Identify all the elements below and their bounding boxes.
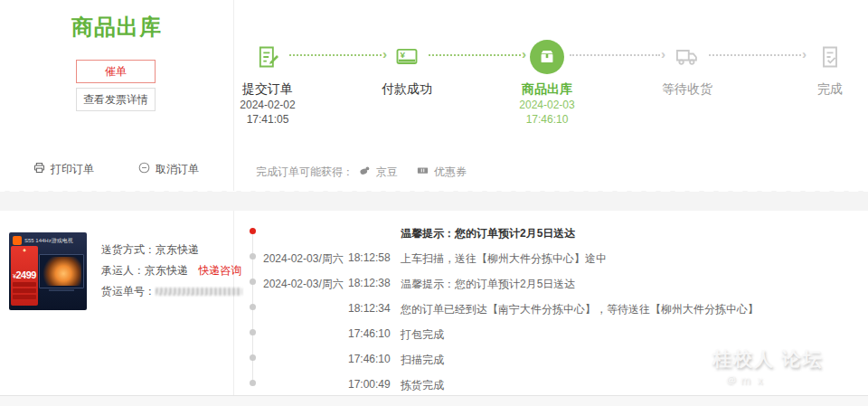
step-label: 付款成功 xyxy=(351,81,463,98)
print-order-button[interactable]: 打印订单 xyxy=(33,161,94,177)
timeline-dot xyxy=(250,279,256,285)
timeline-dot xyxy=(250,253,256,260)
reward-bean-label: 京豆 xyxy=(376,165,398,180)
timeline-dot-current xyxy=(250,228,256,234)
printer-icon xyxy=(33,161,46,177)
reward-coupon-label: 优惠券 xyxy=(434,165,467,180)
page-bottom-strip xyxy=(0,395,868,406)
timeline-dot xyxy=(250,329,256,335)
timeline-text: 上车扫描，送往【柳州大件分拣中心】途中 xyxy=(401,251,607,267)
step-label: 商品出库 xyxy=(491,81,603,98)
timeline-time: 17:46:10 xyxy=(348,327,391,340)
order-edit-icon xyxy=(212,40,324,74)
timeline-dot xyxy=(250,304,256,310)
step-payment-success: ¥ 付款成功 xyxy=(351,40,463,98)
cancel-order-label: 取消订单 xyxy=(156,162,199,177)
progress-arrow xyxy=(709,54,801,56)
step-time: 17:41:05 xyxy=(212,112,324,127)
step-label: 等待收货 xyxy=(631,81,743,98)
timeline-time: 18:12:58 xyxy=(348,251,391,264)
timeline-date: 2024-02-03/周六 xyxy=(263,277,344,292)
step-date: 2024-02-02 xyxy=(212,98,324,112)
timeline-text: 您的订单已经到达【南宁大件分拣中心】，等待送往【柳州大件分拣中心】 xyxy=(401,302,759,317)
print-order-label: 打印订单 xyxy=(51,162,94,177)
progress-arrow xyxy=(429,54,521,56)
step-awaiting-receipt: 等待收货 xyxy=(631,40,743,98)
timeline-event: 17:46:10 打包完成 xyxy=(0,327,868,342)
timeline-text: 打包完成 xyxy=(401,327,444,343)
timeline-text: 温馨提示：您的订单预计2月5日送达 xyxy=(401,226,575,241)
progress-arrow xyxy=(289,54,382,56)
timeline-time: 17:46:10 xyxy=(348,353,391,365)
timeline-text: 温馨提示：您的订单预计2月5日送达 xyxy=(401,277,575,292)
timeline-text: 扫描完成 xyxy=(401,353,444,368)
scalloped-separator xyxy=(0,192,868,211)
timeline-event: 2024-02-03/周六 18:12:58 上车扫描，送往【柳州大件分拣中心】… xyxy=(0,251,868,266)
view-invoice-button[interactable]: 查看发票详情 xyxy=(76,88,156,111)
step-time: 17:46:10 xyxy=(491,112,603,127)
minus-circle-icon xyxy=(137,161,151,177)
product-thumbnail[interactable]: S55 144Hz游戏电视 ¥2499 xyxy=(9,232,87,310)
timeline-time: 18:12:34 xyxy=(348,302,391,315)
step-goods-shipped: 商品出库 2024-02-03 17:46:10 xyxy=(491,40,603,127)
timeline-event: 17:00:49 拣货完成 xyxy=(0,378,868,392)
step-submit-order: 提交订单 2024-02-02 17:41:05 xyxy=(212,40,324,127)
cancel-order-button[interactable]: 取消订单 xyxy=(137,161,199,177)
order-rewards: 完成订单可能获得： 京豆 优惠券 xyxy=(256,164,467,180)
svg-text:¥: ¥ xyxy=(400,50,405,60)
rewards-prefix: 完成订单可能获得： xyxy=(256,165,354,180)
timeline-text: 拣货完成 xyxy=(401,378,444,393)
timeline-event: 18:12:34 您的订单已经到达【南宁大件分拣中心】，等待送往【柳州大件分拣中… xyxy=(0,302,868,316)
step-label: 完成 xyxy=(774,81,868,98)
page-title: 商品出库 xyxy=(0,13,233,42)
urge-order-button[interactable]: 催单 xyxy=(76,60,156,83)
jd-bean-icon xyxy=(358,164,372,180)
truck-icon xyxy=(631,40,743,74)
step-complete: 完成 xyxy=(774,40,868,98)
timeline-date: 2024-02-03/周六 xyxy=(263,251,344,267)
timeline-dot xyxy=(250,380,256,386)
timeline-dot xyxy=(250,354,256,361)
package-icon xyxy=(530,40,564,74)
timeline-time: 18:12:38 xyxy=(348,277,391,289)
timeline-event: 17:46:10 扫描完成 xyxy=(0,353,868,367)
step-date: 2024-02-03 xyxy=(491,98,603,112)
progress-arrow xyxy=(570,54,660,56)
step-label: 提交订单 xyxy=(212,81,324,98)
complete-icon xyxy=(774,40,868,74)
timeline-time: 17:00:49 xyxy=(348,378,391,391)
courier-consult-link[interactable]: 快递咨询 xyxy=(198,264,241,277)
timeline-event: 2024-02-03/周六 18:12:38 温馨提示：您的订单预计2月5日送达 xyxy=(0,277,868,291)
coupon-icon xyxy=(416,164,429,180)
timeline-event: 温馨提示：您的订单预计2月5日送达 xyxy=(0,226,868,241)
payment-icon: ¥ xyxy=(351,40,463,74)
